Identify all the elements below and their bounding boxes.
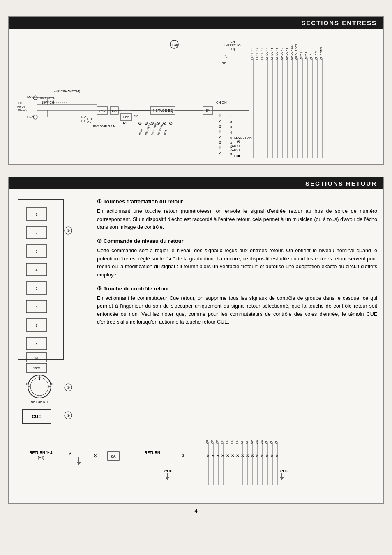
svg-text:4: 4 [230, 131, 232, 134]
svg-text:GROUP 1: GROUP 1 [206, 440, 209, 444]
svg-text:LOW: LOW [163, 128, 168, 135]
svg-text:⊘: ⊘ [218, 135, 221, 139]
svg-text:⊘: ⊘ [218, 145, 221, 150]
svg-text:✕: ✕ [211, 454, 214, 458]
svg-text:⊘: ⊘ [218, 119, 221, 123]
svg-text:∿: ∿ [224, 54, 228, 58]
svg-text:①: ① [67, 229, 70, 233]
svg-text:GROUP 1: GROUP 1 [251, 47, 254, 60]
svg-text:✕: ✕ [246, 454, 249, 458]
svg-text:8: 8 [35, 342, 37, 346]
svg-text:⊘: ⊘ [230, 145, 233, 147]
svg-text:N O: N O [81, 116, 87, 119]
svg-text:CH: CH [18, 101, 22, 104]
svg-text:10: 10 [50, 382, 53, 385]
svg-text:GROUP 2: GROUP 2 [211, 440, 214, 444]
svg-text:5: 5 [35, 286, 37, 290]
svg-text:⊘: ⊘ [218, 151, 221, 155]
svg-text:GROUP 2: GROUP 2 [256, 47, 258, 60]
svg-text:⊘: ⊘ [138, 121, 142, 126]
svg-text:2: 2 [230, 120, 232, 124]
svg-text:✕: ✕ [265, 454, 269, 458]
svg-text:0: 0 [26, 382, 28, 385]
svg-text:2: 2 [35, 231, 37, 235]
svg-text:OFF: OFF [87, 117, 93, 120]
left-panel: 1 2 3 4 5 6 [15, 198, 89, 429]
svg-text:5: 5 [230, 136, 232, 140]
svg-text:AUX 1: AUX 1 [300, 52, 303, 60]
svg-text:✕: ✕ [275, 454, 279, 458]
svg-text:8A: 8A [111, 454, 115, 458]
svg-text:PEAK: PEAK [171, 44, 178, 46]
num-2: ② [97, 238, 104, 244]
svg-text:✕: ✕ [261, 454, 264, 458]
svg-text:✕: ✕ [231, 454, 234, 458]
svg-text:4: 4 [35, 268, 37, 272]
svg-text:INPUT: INPUT [17, 105, 26, 108]
svg-text:CUE: CUE [32, 414, 41, 419]
svg-text:RETURN: RETURN [145, 451, 160, 455]
svg-text:✕: ✕ [206, 454, 210, 458]
retour-item-2: ② Commande de niveau du retour Cette com… [97, 237, 377, 279]
svg-text:ON: ON [87, 121, 92, 124]
retour-text-2: Cette commande sert à régler le niveau d… [97, 247, 377, 279]
svg-text:CUE L: CUE L [265, 440, 268, 444]
retour-item-3: ③ Touche de contrôle retour En actionnan… [97, 285, 377, 327]
svg-text:✕: ✕ [270, 454, 274, 458]
svg-text:✕: ✕ [256, 454, 259, 458]
svg-text:1: 1 [35, 212, 37, 216]
svg-text:GROUP 3: GROUP 3 [261, 47, 263, 60]
svg-text:⊘: ⊘ [218, 140, 221, 145]
num-1: ① [97, 198, 104, 205]
bottom-section: SECTIONS RETOUR 1 2 3 [8, 177, 384, 504]
retour-left-svg: 1 2 3 4 5 6 [15, 198, 87, 428]
svg-text:GROUP 5: GROUP 5 [270, 47, 273, 60]
svg-text:✕: ✕ [241, 454, 244, 458]
retour-item-1: ① Touches d'affectation du retour En act… [97, 198, 377, 231]
svg-text:GROUP 6: GROUP 6 [275, 47, 278, 60]
svg-text:GROUP 8: GROUP 8 [240, 440, 243, 444]
top-section-header: SECTIONS ENTRESS [9, 17, 383, 29]
svg-text:②: ② [67, 386, 70, 390]
svg-text:✕: ✕ [236, 454, 239, 458]
svg-text:CUE R: CUE R [270, 440, 273, 444]
num-3: ③ [97, 286, 104, 292]
svg-text:GROUP 9/L: GROUP 9/L [245, 440, 248, 444]
svg-text:GROUP 10/R: GROUP 10/R [250, 440, 253, 444]
retour-title-1: ① Touches d'affectation du retour [97, 198, 377, 206]
svg-text:RETURN 1~4: RETURN 1~4 [30, 451, 52, 455]
svg-text:1: 1 [230, 115, 232, 118]
bottom-section-header: SECTIONS RETOUR [9, 177, 383, 189]
svg-text:3: 3 [35, 249, 37, 253]
retour-title-2: ② Commande de niveau du retour [97, 237, 377, 245]
svg-text:✕: ✕ [221, 454, 224, 458]
svg-text:GROUP 3: GROUP 3 [216, 440, 219, 444]
svg-text:⊘: ⊘ [237, 139, 240, 144]
svg-text:4-STAGE EQ: 4-STAGE EQ [152, 108, 173, 113]
svg-text:GROUP 5: GROUP 5 [226, 440, 228, 444]
svg-text:PHANTOM: PHANTOM [40, 97, 55, 100]
svg-text:GROUP 9/L: GROUP 9/L [290, 45, 293, 60]
svg-text:PAD 20dB  GAIN: PAD 20dB GAIN [93, 124, 115, 128]
retour-text-3: En actionnant le commutateur Cue retour,… [97, 295, 377, 327]
svg-text:(O): (O) [231, 47, 235, 51]
svg-text:CUE CTRL: CUE CTRL [275, 440, 278, 444]
svg-text:CH ON: CH ON [216, 101, 227, 104]
svg-text:GROUP 10/R: GROUP 10/R [295, 43, 298, 60]
svg-text:⊘: ⊘ [93, 452, 98, 458]
svg-text:10/R: 10/R [33, 366, 40, 370]
svg-text:7: 7 [35, 323, 37, 327]
svg-text:HPF: HPF [123, 115, 129, 119]
svg-rect-120 [18, 200, 63, 360]
svg-text:AUX 2: AUX 2 [260, 440, 263, 444]
page-number: 4 [8, 508, 384, 514]
bottom-circuit-row: RETURN 1~4 (+4) V ⊘ 8A RETURN [9, 435, 383, 503]
svg-text:8A: 8A [206, 108, 210, 113]
svg-text:PAD: PAD [99, 109, 106, 113]
svg-text:R O: R O [81, 120, 87, 122]
svg-text:③: ③ [67, 414, 70, 418]
svg-text:CUE: CUE [164, 469, 172, 473]
svg-text:HA: HA [112, 109, 117, 113]
top-circuit-svg: PEAK CH INSERT I/O (O) ∿ LO-Z HI-Z CH [15, 37, 385, 158]
retour-title-3: ③ Touche de contrôle retour [97, 285, 377, 293]
